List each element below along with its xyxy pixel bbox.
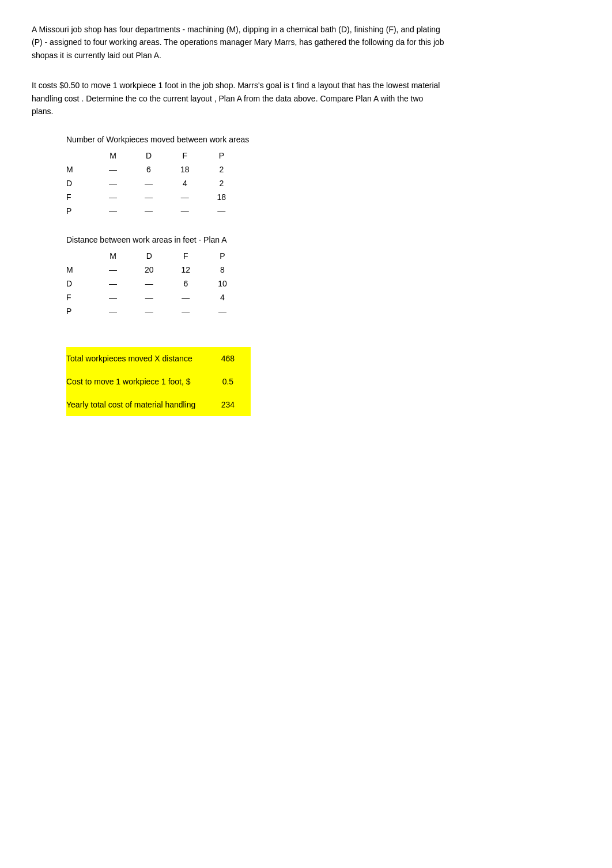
cell-mf: 18 bbox=[167, 163, 203, 176]
intro-paragraph2: It costs $0.50 to move 1 workpiece 1 foo… bbox=[32, 79, 447, 118]
header-d: D bbox=[131, 249, 168, 263]
table-row: F — — — 18 bbox=[66, 190, 240, 204]
cell-mm: — bbox=[95, 263, 131, 277]
table-row: D — — 6 10 bbox=[66, 277, 241, 290]
cell-dm: — bbox=[95, 277, 131, 290]
cell-dp: 2 bbox=[203, 176, 240, 190]
header-empty bbox=[66, 249, 95, 263]
cell-ff: — bbox=[168, 290, 205, 304]
table-row: F — — — 4 bbox=[66, 290, 241, 304]
header-f: F bbox=[167, 149, 203, 163]
cell-fm: — bbox=[95, 290, 131, 304]
header-d: D bbox=[131, 149, 167, 163]
summary-table: Total workpieces moved X distance 468 Co… bbox=[66, 347, 251, 416]
cell-mf: 12 bbox=[168, 263, 205, 277]
cell-pf: — bbox=[168, 304, 205, 318]
cost-label: Cost to move 1 workpiece 1 foot, $ bbox=[66, 370, 205, 393]
table-row: M — 6 18 2 bbox=[66, 163, 240, 176]
distance-section: Distance between work areas in feet - Pl… bbox=[32, 235, 580, 318]
cell-md: 20 bbox=[131, 263, 168, 277]
row-label-f: F bbox=[66, 190, 95, 204]
distance-table: M D F P M — 20 12 8 D — — 6 10 F — — — 4… bbox=[66, 249, 241, 318]
header-m: M bbox=[95, 149, 131, 163]
header-f: F bbox=[168, 249, 205, 263]
row-label-p: P bbox=[66, 304, 95, 318]
cell-pm: — bbox=[95, 304, 131, 318]
row-label-m: M bbox=[66, 163, 95, 176]
cell-fp: 4 bbox=[204, 290, 241, 304]
total-workpieces-label: Total workpieces moved X distance bbox=[66, 347, 205, 370]
row-label-d: D bbox=[66, 176, 95, 190]
workpieces-table-title: Number of Workpieces moved between work … bbox=[66, 135, 580, 144]
workpieces-table: M D F P M — 6 18 2 D — — 4 2 F — — — 18 … bbox=[66, 149, 240, 218]
cell-ff: — bbox=[167, 190, 203, 204]
summary-row-yearly: Yearly total cost of material handling 2… bbox=[66, 393, 251, 416]
header-p: P bbox=[204, 249, 241, 263]
cell-dd: — bbox=[131, 277, 168, 290]
cell-mm: — bbox=[95, 163, 131, 176]
row-label-p: P bbox=[66, 204, 95, 218]
header-p: P bbox=[203, 149, 240, 163]
cell-pp: — bbox=[204, 304, 241, 318]
table-row: P — — — — bbox=[66, 204, 240, 218]
row-label-m: M bbox=[66, 263, 95, 277]
yearly-total-label: Yearly total cost of material handling bbox=[66, 393, 205, 416]
summary-row-cost: Cost to move 1 workpiece 1 foot, $ 0.5 bbox=[66, 370, 251, 393]
cell-dm: — bbox=[95, 176, 131, 190]
cell-mp: 8 bbox=[204, 263, 241, 277]
cell-fd: — bbox=[131, 190, 167, 204]
cell-dp: 10 bbox=[204, 277, 241, 290]
table-row: M — 20 12 8 bbox=[66, 263, 241, 277]
cell-df: 6 bbox=[168, 277, 205, 290]
cell-df: 4 bbox=[167, 176, 203, 190]
workpieces-section: Number of Workpieces moved between work … bbox=[32, 135, 580, 218]
intro-section: A Missouri job shop has four departments… bbox=[32, 23, 580, 118]
cell-md: 6 bbox=[131, 163, 167, 176]
cell-mp: 2 bbox=[203, 163, 240, 176]
row-label-f: F bbox=[66, 290, 95, 304]
cell-pm: — bbox=[95, 204, 131, 218]
cost-value: 0.5 bbox=[205, 370, 251, 393]
cell-pp: — bbox=[203, 204, 240, 218]
yearly-total-value: 234 bbox=[205, 393, 251, 416]
table-row: P — — — — bbox=[66, 304, 241, 318]
table-header-row: M D F P bbox=[66, 149, 240, 163]
cell-fm: — bbox=[95, 190, 131, 204]
row-label-d: D bbox=[66, 277, 95, 290]
summary-row-total: Total workpieces moved X distance 468 bbox=[66, 347, 251, 370]
total-workpieces-value: 468 bbox=[205, 347, 251, 370]
cell-pf: — bbox=[167, 204, 203, 218]
cell-dd: — bbox=[131, 176, 167, 190]
header-m: M bbox=[95, 249, 131, 263]
header-empty bbox=[66, 149, 95, 163]
table-row: D — — 4 2 bbox=[66, 176, 240, 190]
cell-fp: 18 bbox=[203, 190, 240, 204]
intro-paragraph1: A Missouri job shop has four departments… bbox=[32, 23, 447, 62]
distance-table-title: Distance between work areas in feet - Pl… bbox=[66, 235, 580, 244]
cell-pd: — bbox=[131, 304, 168, 318]
cell-fd: — bbox=[131, 290, 168, 304]
table-header-row: M D F P bbox=[66, 249, 241, 263]
summary-section: Total workpieces moved X distance 468 Co… bbox=[32, 347, 251, 416]
cell-pd: — bbox=[131, 204, 167, 218]
